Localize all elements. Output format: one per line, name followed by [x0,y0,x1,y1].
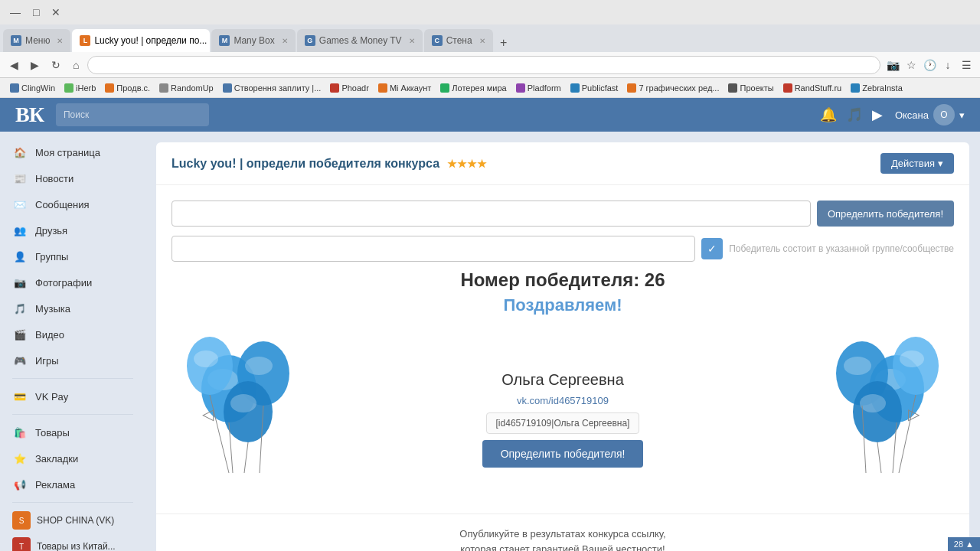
bookmark-randomup[interactable]: RandomUp [155,82,217,94]
sidebar-item-friends[interactable]: 👥 Друзья [0,217,145,243]
tab-menu[interactable]: М Меню ✕ [3,29,70,52]
sidebar-label-messages: Сообщения [35,199,90,210]
determine-button-1[interactable]: Определить победителя! [817,201,954,227]
sidebar-item-mypage[interactable]: 🏠 Моя страница [0,139,145,165]
bookmark-prodv[interactable]: Продв.с. [101,82,154,94]
bookmark-zebra[interactable]: ZebraInsta [847,82,906,94]
balloons-container: ◁ Ольга Сергеевна vk.com/id465719109 [id… [187,328,939,483]
determine-button-2[interactable]: Определить победителя! [482,440,644,468]
new-tab-button[interactable]: + [495,34,513,52]
sidebar-label-groups: Группы [35,251,68,262]
bookmark-clingwin[interactable]: ClingWin [6,82,59,94]
sidebar-community-tovary[interactable]: Т Товары из Китай... [0,533,145,551]
ads-icon: 📢 [12,477,28,492]
tab-stena[interactable]: С Стена ✕ [424,29,493,52]
sidebar-divider-2 [12,414,133,415]
left-balloons-svg: ◁ [187,328,309,481]
svg-point-20 [860,394,886,412]
app-title-text: Lucky you! | определи победителя конкурс… [172,157,439,171]
svg-point-16 [844,357,871,375]
tab-close-menu[interactable]: ✕ [57,37,63,45]
groups-icon: 👤 [12,249,28,264]
sidebar-label-vkpay: VK Pay [35,391,68,403]
music-icon[interactable]: 🎵 [846,106,863,123]
winner-link[interactable]: vk.com/id465719109 [517,395,609,406]
winner-code: [id465719109|Ольга Сергеевна] [486,412,640,434]
forward-button[interactable]: ▶ [27,57,43,73]
minimize-btn[interactable]: — [6,5,24,20]
bookmark-projects[interactable]: Проекты [724,82,777,94]
actions-label: Действия [891,158,935,169]
bookmark-icon[interactable]: ☆ [903,57,919,73]
reload-button[interactable]: ↻ [47,57,64,73]
bookmark-phoadr[interactable]: Phoadr [326,82,372,94]
bookmark-stvor[interactable]: Створення заплиту |... [219,82,325,94]
download-icon[interactable]: ↓ [940,57,956,73]
sidebar-item-games[interactable]: 🎮 Игры [0,347,145,373]
sidebar-item-music[interactable]: 🎵 Музыка [0,295,145,321]
balloons-right: ▷ [816,328,939,483]
back-button[interactable]: ◀ [6,57,22,73]
bookmark-iherb[interactable]: iHerb [60,82,100,94]
tab-favicon-lucky: L [80,35,90,46]
app-stars: ★★★★ [447,158,487,170]
app-container: Lucky you! | определи победителя конкурс… [156,142,969,551]
home-button[interactable]: ⌂ [69,57,83,73]
sidebar-label-photos: Фотографии [35,277,92,289]
sidebar-item-groups[interactable]: 👤 Группы [0,243,145,269]
tab-lucky[interactable]: L Lucky you! | определи по... ✕ [72,29,210,52]
bookmark-mi[interactable]: Mi Аккаунт [374,82,435,94]
app-title: Lucky you! | определи победителя конкурс… [172,157,487,171]
vk-page: 🏠 Моя страница 📰 Новости ✉️ Сообщения 👥 … [0,132,980,551]
tabs-bar: М Меню ✕ L Lucky you! | определи по... ✕… [0,24,980,52]
tab-close-stena[interactable]: ✕ [479,37,485,45]
sidebar-community-shopchina[interactable]: S SHOP CHINA (VK) [0,507,145,533]
maximize-btn[interactable]: □ [29,5,43,20]
sidebar-item-bookmarks[interactable]: ⭐ Закладки [0,445,145,471]
bookmark-lottery[interactable]: Лотерея мира [436,82,510,94]
sidebar-item-ads[interactable]: 📢 Реклама [0,471,145,497]
menu-icon[interactable]: ☰ [959,57,974,73]
sidebar-item-vkpay[interactable]: 💳 VK Pay [0,383,145,409]
winner-name: Ольга Сергеевна [501,371,624,389]
tab-games[interactable]: G Games & Money TV ✕ [297,29,423,52]
tab-close-games[interactable]: ✕ [409,37,415,45]
bookmark-pladform[interactable]: Pladform [512,82,565,94]
scroll-indicator: 28 ▲ [948,537,980,551]
sidebar-item-market[interactable]: 🛍️ Товары [0,419,145,445]
community-icon-shopchina: S [12,511,31,530]
url-input-row: https://vk.com/wall-163405067_974 Опреде… [172,201,954,227]
group-url-input[interactable]: https://vk.com/club163405067 [172,236,695,262]
tab-close-manybox[interactable]: ✕ [282,37,288,45]
contest-url-input[interactable]: https://vk.com/wall-163405067_974 [172,201,811,227]
app-body: https://vk.com/wall-163405067_974 Опреде… [156,185,969,514]
tab-label-games: Games & Money TV [319,35,402,46]
bookmark-randstuff[interactable]: RandStuff.ru [779,82,846,94]
bookmark-graphic[interactable]: 7 графических ред... [623,82,723,94]
tab-label-stena: Стена [446,35,472,46]
community-label-shopchina: SHOP CHINA (VK) [37,515,114,526]
vk-user[interactable]: Оксана О ▾ [895,104,965,126]
bookmark-publicfast[interactable]: Publicfast [567,82,622,94]
vk-logo: ВК [15,103,44,127]
url-bar[interactable]: vk.com/app4921233_29317437 [87,56,880,74]
tab-favicon-stena: С [432,35,443,46]
svg-point-7 [230,394,256,412]
actions-button[interactable]: Действия ▾ [880,153,954,174]
news-icon: 📰 [12,171,28,186]
sidebar-divider-1 [12,378,133,379]
notifications-icon[interactable]: 🔔 [820,106,837,123]
video-sidebar-icon: 🎬 [12,327,28,342]
video-icon[interactable]: ▶ [872,106,883,123]
group-input-row: https://vk.com/club163405067 ✓ Победител… [172,236,954,262]
vk-search-input[interactable] [56,103,209,126]
tab-manybox[interactable]: M Many Box ✕ [211,29,295,52]
sidebar-item-news[interactable]: 📰 Новости [0,165,145,191]
tab-label-manybox: Many Box [234,35,274,46]
close-btn[interactable]: ✕ [47,5,64,20]
scroll-count: 28 [954,540,963,549]
nav-bar: ◀ ▶ ↻ ⌂ vk.com/app4921233_29317437 📷 ☆ 🕐… [0,52,980,78]
sidebar-item-messages[interactable]: ✉️ Сообщения [0,191,145,217]
sidebar-item-video[interactable]: 🎬 Видео [0,321,145,347]
sidebar-item-photos[interactable]: 📷 Фотографии [0,269,145,295]
